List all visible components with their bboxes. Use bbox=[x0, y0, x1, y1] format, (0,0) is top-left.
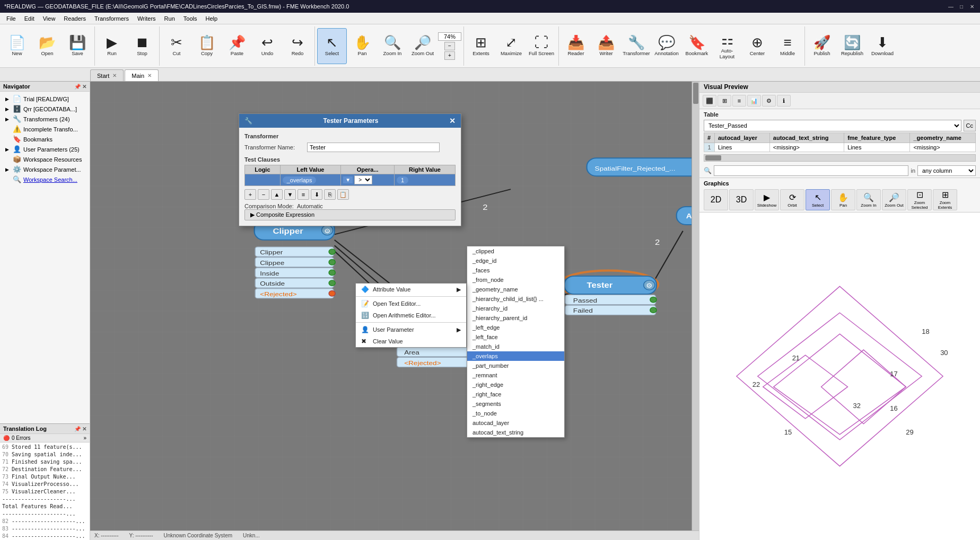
reader-button[interactable]: 📥 Reader bbox=[561, 28, 591, 64]
table-refresh-button[interactable]: Cc bbox=[964, 120, 976, 131]
vp-btn-1[interactable]: ⬛ bbox=[703, 95, 716, 107]
center-button[interactable]: ⊕ Center bbox=[742, 28, 772, 64]
nav-item-workspace-params[interactable]: ▶ ⚙️ Workspace Paramet... bbox=[0, 164, 90, 174]
tab-start[interactable]: Start ✕ bbox=[90, 69, 124, 81]
graphics-canvas[interactable]: 18 30 21 22 17 32 16 29 15 bbox=[699, 213, 980, 540]
gfx-zoom-in-button[interactable]: 🔍 Zoom In bbox=[856, 189, 881, 210]
run-button[interactable]: ▶ Run bbox=[97, 28, 127, 64]
republish-button[interactable]: 🔄 Republish bbox=[837, 28, 867, 64]
stop-button[interactable]: ⏹ Stop bbox=[127, 28, 157, 64]
zoom-out-button[interactable]: 🔎 Zoom Out bbox=[408, 28, 438, 64]
menu-tools[interactable]: Tools bbox=[179, 14, 202, 23]
nav-item-bookmarks[interactable]: 🔖 Bookmarks bbox=[0, 134, 90, 144]
navigator-pin-button[interactable]: 📌 bbox=[74, 84, 81, 90]
clause-paste-button[interactable]: 📋 bbox=[337, 189, 349, 200]
nav-item-qrr[interactable]: ▶ 🗄️ Qrr [GEODATABA...] bbox=[0, 104, 90, 114]
dialog-titlebar[interactable]: 🔧 Tester Parameters ✕ bbox=[239, 114, 461, 128]
menu-readers[interactable]: Readers bbox=[59, 14, 90, 23]
publish-button[interactable]: 🚀 Publish bbox=[807, 28, 837, 64]
writer-button[interactable]: 📤 Writer bbox=[591, 28, 621, 64]
table-hscroll[interactable] bbox=[704, 154, 976, 162]
clause-import-button[interactable]: ⬇ bbox=[311, 189, 322, 200]
table-select[interactable]: Tester_Passed bbox=[704, 120, 961, 131]
extents-button[interactable]: ⊞ Extents bbox=[466, 28, 496, 64]
bookmark-button[interactable]: 🔖 Bookmark bbox=[682, 28, 712, 64]
vp-btn-3[interactable]: ≡ bbox=[732, 95, 746, 107]
navigator-close-button[interactable]: ✕ bbox=[82, 84, 86, 90]
log-close-button[interactable]: ✕ bbox=[82, 426, 86, 432]
dd-item-user-parameter[interactable]: 👤 User Parameter ▶ bbox=[356, 324, 466, 335]
clause-op-select[interactable]: > = < bbox=[354, 175, 372, 184]
scrollbar-thumb-v[interactable] bbox=[693, 83, 698, 104]
attr-match-id[interactable]: _match_id bbox=[467, 342, 564, 351]
attr-hierarchy-parent[interactable]: _hierarchy_parent_id bbox=[467, 313, 564, 323]
gfx-orbit-button[interactable]: ⟳ Orbit bbox=[780, 189, 804, 210]
vp-btn-2[interactable]: ⊞ bbox=[718, 95, 731, 107]
menu-file[interactable]: File bbox=[2, 14, 20, 23]
dd-item-text-editor[interactable]: 📝 Open Text Editor... bbox=[356, 298, 466, 309]
clause-remove-button[interactable]: − bbox=[258, 189, 269, 200]
gfx-pan-button[interactable]: ✋ Pan bbox=[831, 189, 855, 210]
new-button[interactable]: 📄 New bbox=[2, 28, 32, 64]
menu-transformers[interactable]: Transformers bbox=[90, 14, 133, 23]
search-input[interactable] bbox=[714, 165, 908, 176]
menu-edit[interactable]: Edit bbox=[20, 14, 39, 23]
attr-part-number[interactable]: _part_number bbox=[467, 361, 564, 370]
attr-from-node[interactable]: _from_node bbox=[467, 275, 564, 285]
nav-item-transformers[interactable]: ▶ 🔧 Transformers (24) bbox=[0, 114, 90, 124]
attr-left-edge[interactable]: _left_edge bbox=[467, 323, 564, 332]
paste-button[interactable]: 📌 Paste bbox=[222, 28, 252, 64]
clause-add-button[interactable]: + bbox=[244, 189, 256, 200]
log-pin-button[interactable]: 📌 bbox=[74, 426, 81, 432]
annotation-button[interactable]: 💬 Annotation bbox=[652, 28, 681, 64]
table-row[interactable]: 1 Lines <missing> Lines <missing> bbox=[704, 143, 976, 152]
pan-button[interactable]: ✋ Pan bbox=[347, 28, 377, 64]
maximize-button[interactable]: □ bbox=[958, 3, 965, 10]
tab-start-close[interactable]: ✕ bbox=[112, 73, 117, 78]
redo-button[interactable]: ↪ Redo bbox=[283, 28, 312, 64]
dd-item-clear-value[interactable]: ✖ Clear Value bbox=[356, 335, 466, 347]
dialog-close-button[interactable]: ✕ bbox=[449, 117, 456, 125]
attr-edge-id[interactable]: _edge_id bbox=[467, 256, 564, 265]
clause-format-button[interactable]: ≡ bbox=[298, 189, 309, 200]
gfx-2d-button[interactable]: 2D bbox=[704, 189, 728, 210]
menu-run[interactable]: Run bbox=[160, 14, 179, 23]
transformer-button[interactable]: 🔧 Transformer bbox=[622, 28, 651, 64]
gfx-slideshow-button[interactable]: ▶ Slideshow bbox=[755, 189, 779, 210]
minimize-button[interactable]: — bbox=[947, 3, 955, 10]
gfx-zoom-extents-button[interactable]: ⊞ Zoom Extents bbox=[933, 189, 957, 210]
clause-row[interactable]: _overlaps ▼ > = < bbox=[245, 174, 456, 186]
clause-copy-button[interactable]: ⎘ bbox=[324, 189, 336, 200]
attr-right-face[interactable]: _right_face bbox=[467, 389, 564, 399]
zoom-in-button[interactable]: 🔍 Zoom In bbox=[378, 28, 407, 64]
tab-main[interactable]: Main ✕ bbox=[125, 69, 159, 81]
vp-btn-5[interactable]: ⚙ bbox=[762, 95, 776, 107]
clause-up-button[interactable]: ▲ bbox=[271, 189, 283, 200]
attr-geometry-name[interactable]: _geometry_name bbox=[467, 285, 564, 294]
clause-op-arrow-button[interactable]: ▼ bbox=[343, 176, 353, 183]
table-hscroll-thumb[interactable] bbox=[705, 155, 721, 161]
menu-help[interactable]: Help bbox=[201, 14, 222, 23]
dialog-name-input[interactable] bbox=[307, 143, 440, 152]
select-button[interactable]: ↖ Select bbox=[317, 28, 347, 64]
attr-segments[interactable]: _segments bbox=[467, 399, 564, 409]
attr-left-face[interactable]: _left_face bbox=[467, 332, 564, 342]
clause-left-value[interactable]: _overlaps bbox=[280, 174, 341, 186]
attr-hierarchy-child[interactable]: _hierarchy_child_id_list{} ... bbox=[467, 294, 564, 304]
zoom-minus-button[interactable]: − bbox=[444, 42, 455, 50]
fullscreen-button[interactable]: ⛶ Full Screen bbox=[527, 28, 556, 64]
autolayout-button[interactable]: ⚏ Auto-Layout bbox=[712, 28, 742, 64]
nav-item-trial[interactable]: ▶ 📄 Trial [REALDWG] bbox=[0, 94, 90, 104]
attr-clipped[interactable]: _clipped bbox=[467, 246, 564, 256]
attr-hierarchy-id[interactable]: _hierarchy_id bbox=[467, 304, 564, 313]
gfx-zoom-selected-button[interactable]: ⊡ Zoom Selected bbox=[907, 189, 932, 210]
attr-overlaps[interactable]: _overlaps bbox=[467, 351, 564, 361]
clause-operator[interactable]: ▼ > = < bbox=[341, 174, 395, 186]
gfx-zoom-out-button[interactable]: 🔎 Zoom Out bbox=[882, 189, 906, 210]
close-button[interactable]: ✕ bbox=[968, 3, 976, 10]
gfx-select-button[interactable]: ↖ Select bbox=[806, 189, 830, 210]
clause-down-button[interactable]: ▼ bbox=[284, 189, 296, 200]
open-button[interactable]: 📂 Open bbox=[32, 28, 62, 64]
attr-to-node[interactable]: _to_node bbox=[467, 409, 564, 418]
zoom-plus-button[interactable]: + bbox=[444, 51, 455, 60]
